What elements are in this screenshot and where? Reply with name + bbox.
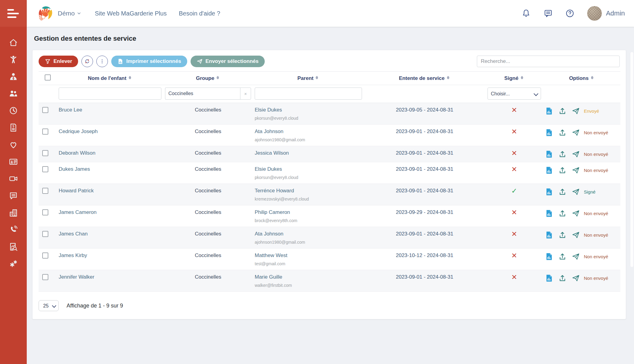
sidebar-item-schedule[interactable]	[9, 106, 18, 115]
parent-name-link[interactable]: Elsie Dukes	[255, 107, 362, 113]
remove-filter-button[interactable]: Enlever	[39, 56, 78, 67]
hamburger-menu-icon[interactable]	[0, 0, 27, 27]
stats-document-icon[interactable]	[545, 209, 553, 218]
chat-icon[interactable]	[543, 9, 553, 18]
upload-icon[interactable]	[558, 150, 567, 158]
send-selected-button[interactable]: Envoyer sélectionnés	[191, 56, 265, 67]
upload-icon[interactable]	[558, 188, 567, 196]
child-name-link[interactable]: Cedrique Joseph	[59, 129, 98, 134]
sidebar-item-children[interactable]	[9, 55, 18, 64]
column-header-options[interactable]: Options	[569, 75, 594, 81]
child-name-link[interactable]: Deborah Wilson	[59, 150, 95, 156]
filter-group-input[interactable]	[165, 88, 240, 100]
child-name-link[interactable]: Bruce Lee	[59, 107, 82, 113]
row-checkbox[interactable]	[42, 107, 48, 113]
send-plane-icon[interactable]	[572, 188, 580, 196]
send-plane-icon[interactable]	[572, 129, 580, 137]
sidebar-item-video[interactable]	[9, 174, 18, 184]
parent-name-link[interactable]: Ata Johnson	[255, 231, 362, 237]
stats-document-icon[interactable]	[545, 129, 553, 137]
row-checkbox[interactable]	[42, 188, 48, 194]
send-plane-icon[interactable]	[572, 274, 580, 282]
upload-icon[interactable]	[558, 209, 567, 218]
parent-name-link[interactable]: Matthew West	[255, 252, 362, 259]
filter-parent-input[interactable]	[255, 88, 362, 100]
stats-document-icon[interactable]	[545, 188, 553, 196]
send-plane-icon[interactable]	[572, 209, 580, 218]
column-header-signed[interactable]: Signé	[504, 75, 524, 81]
upload-icon[interactable]	[558, 129, 567, 137]
sidebar-item-establishment[interactable]	[9, 208, 18, 218]
group-label: Coccinelles	[195, 209, 221, 215]
column-header-child[interactable]: Nom de l'enfant	[88, 75, 132, 81]
avatar[interactable]	[587, 6, 602, 21]
upload-icon[interactable]	[558, 166, 567, 174]
send-plane-icon[interactable]	[572, 166, 580, 174]
stats-document-icon[interactable]	[545, 231, 553, 239]
child-name-link[interactable]: James Cameron	[59, 209, 97, 215]
send-plane-icon[interactable]	[572, 252, 580, 261]
filter-signed-select[interactable]: Choisir...	[488, 88, 541, 100]
org-switcher[interactable]: Démo	[58, 10, 81, 17]
upload-icon[interactable]	[558, 231, 567, 239]
bell-icon[interactable]	[522, 9, 531, 18]
parent-name-link[interactable]: Jessica Wilson	[255, 150, 362, 156]
sidebar-item-settings[interactable]	[9, 259, 18, 269]
search-input[interactable]	[477, 56, 620, 67]
sidebar-item-staff[interactable]	[9, 72, 18, 81]
nav-link-help[interactable]: Besoin d'aide ?	[179, 10, 220, 17]
stats-document-icon[interactable]	[545, 166, 553, 174]
nav-link-website[interactable]: Site Web MaGarderie Plus	[95, 10, 167, 17]
parent-name-link[interactable]: Terrénce Howard	[255, 188, 362, 194]
sidebar-item-phone[interactable]	[9, 225, 18, 235]
print-selected-button[interactable]: Imprimer sélectionnés	[111, 56, 187, 67]
upload-icon[interactable]	[558, 274, 567, 282]
stats-document-icon[interactable]	[545, 274, 553, 282]
scrollbar[interactable]	[629, 27, 634, 364]
child-name-link[interactable]: Howard Patrick	[59, 188, 94, 194]
parent-name-link[interactable]: Elsie Dukes	[255, 166, 362, 172]
clear-group-filter-button[interactable]: ×	[240, 88, 251, 100]
refresh-button[interactable]	[81, 56, 93, 67]
column-header-group[interactable]: Groupe	[196, 75, 220, 81]
child-name-link[interactable]: Dukes James	[59, 166, 90, 172]
parent-name-link[interactable]: Ata Johnson	[255, 129, 362, 135]
parent-email: pkorsun@every8.cloud	[255, 116, 362, 121]
child-name-link[interactable]: Jennifer Walker	[59, 274, 94, 280]
sidebar-item-messages[interactable]	[9, 191, 18, 201]
stats-document-icon[interactable]	[545, 150, 553, 158]
filter-child-input[interactable]	[59, 88, 161, 100]
help-icon[interactable]	[565, 9, 574, 18]
sidebar-item-billing[interactable]: $	[9, 123, 18, 132]
row-checkbox[interactable]	[42, 129, 48, 135]
sidebar-item-home[interactable]	[9, 38, 18, 47]
select-all-checkbox[interactable]	[45, 74, 51, 81]
sidebar-item-contact-card[interactable]	[9, 157, 18, 167]
parent-name-link[interactable]: Marie Guille	[255, 274, 362, 280]
sidebar-item-health[interactable]	[9, 140, 18, 149]
scrollbar-thumb[interactable]	[630, 52, 634, 267]
row-checkbox[interactable]	[42, 209, 48, 215]
send-plane-icon[interactable]	[572, 150, 580, 158]
upload-icon[interactable]	[558, 252, 567, 261]
row-checkbox[interactable]	[42, 166, 48, 172]
kebab-menu-button[interactable]	[96, 56, 108, 67]
child-name-link[interactable]: James Kirby	[59, 252, 87, 258]
stats-document-icon[interactable]	[545, 252, 553, 261]
user-menu[interactable]: Admin	[587, 6, 625, 21]
parent-name-link[interactable]: Philip Cameron	[255, 209, 362, 215]
upload-icon[interactable]	[558, 107, 567, 115]
row-checkbox[interactable]	[42, 252, 48, 259]
column-header-parent[interactable]: Parent	[298, 75, 319, 81]
row-checkbox[interactable]	[42, 231, 48, 237]
send-plane-icon[interactable]	[572, 107, 580, 115]
row-checkbox[interactable]	[42, 150, 48, 156]
child-name-link[interactable]: James Chan	[59, 231, 88, 237]
row-checkbox[interactable]	[42, 274, 48, 280]
send-plane-icon[interactable]	[572, 231, 580, 239]
sidebar-item-parents[interactable]	[9, 89, 18, 98]
stats-document-icon[interactable]	[545, 107, 553, 115]
sidebar-item-reports[interactable]	[9, 242, 18, 252]
column-header-entente[interactable]: Entente de service	[399, 75, 450, 81]
page-size-select[interactable]: 25	[39, 300, 59, 311]
